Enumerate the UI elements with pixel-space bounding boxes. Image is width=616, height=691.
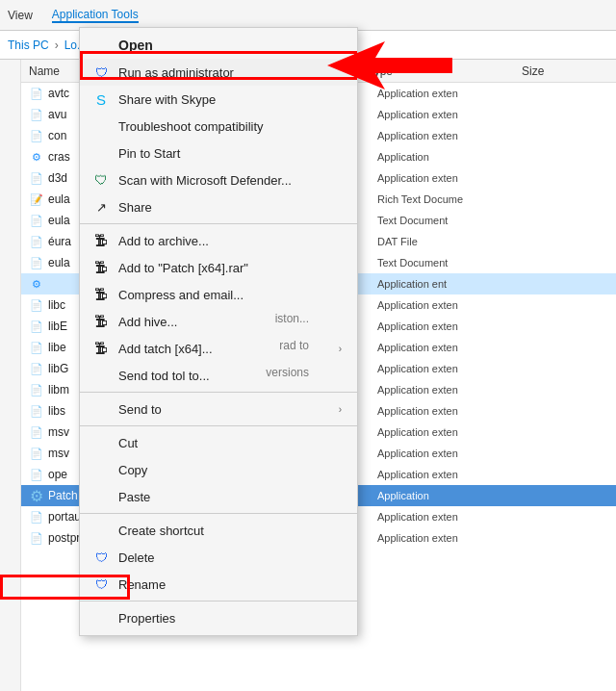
- file-icon: 📝: [29, 192, 44, 207]
- menu-separator-5: [80, 601, 357, 601]
- menu-item-delete[interactable]: 🛡 Delete: [80, 544, 357, 571]
- menu-item-share-skype[interactable]: S Share with Skype: [80, 86, 357, 113]
- file-icon: 📄: [29, 319, 44, 334]
- menu-label-delete: Delete: [118, 550, 342, 565]
- file-type: Application exten: [377, 109, 531, 120]
- menu-item-open[interactable]: Open: [80, 32, 357, 59]
- defender-icon: 🛡: [91, 170, 111, 190]
- rename-icon: 🛡: [91, 575, 111, 594]
- menu-item-run-as-admin[interactable]: 🛡 Run as administrator: [80, 59, 357, 86]
- archive4-icon: 🗜: [91, 339, 111, 358]
- file-type: Application exten: [377, 426, 531, 438]
- share-icon: ↗: [91, 197, 111, 217]
- menu-label-defender: Scan with Microsoft Defender...: [118, 173, 342, 188]
- address-crumb-pc[interactable]: This PC: [8, 38, 49, 52]
- file-type: DAT File: [377, 236, 531, 247]
- file-icon: 📄: [29, 128, 44, 143]
- overlay-text-3: versions: [266, 366, 309, 379]
- menu-label-copy: Copy: [118, 463, 342, 477]
- copy-icon: [91, 460, 111, 479]
- file-type: Application exten: [377, 342, 531, 353]
- menu-separator-2: [80, 392, 357, 393]
- file-icon: 📄: [29, 340, 44, 355]
- menu-label-open: Open: [118, 38, 342, 53]
- archive2-icon: 🗜: [91, 258, 111, 277]
- file-type: Application exten: [377, 511, 531, 523]
- file-icon: 📄: [29, 382, 44, 397]
- troubleshoot-icon: [91, 116, 111, 136]
- submenu-arrow: ›: [339, 344, 342, 354]
- send-to-arrow: ›: [339, 404, 342, 415]
- shield-icon: 🛡: [91, 63, 111, 82]
- menu-item-scan-defender[interactable]: 🛡 Scan with Microsoft Defender...: [80, 166, 357, 193]
- file-icon: 📄: [29, 86, 44, 101]
- file-type: Application exten: [377, 299, 531, 311]
- file-icon-patch: ⚙: [29, 488, 44, 503]
- file-icon: 📄: [29, 530, 44, 546]
- file-icon: 📄: [29, 170, 44, 186]
- send-tod-icon: [91, 366, 111, 385]
- file-icon: ⚙: [29, 149, 44, 165]
- file-type: Application exten: [377, 532, 531, 544]
- menu-item-add-patch2[interactable]: 🗜 Add tatch [x64]... rad to ›: [80, 335, 357, 362]
- properties-icon: [91, 608, 111, 627]
- file-icon: 📄: [29, 255, 44, 270]
- menu-item-create-shortcut[interactable]: Create shortcut: [80, 517, 357, 544]
- menu-item-add-hive[interactable]: 🗜 Add hive... iston...: [80, 308, 357, 335]
- skype-icon: S: [91, 90, 111, 109]
- send-to-icon: [91, 399, 111, 419]
- menu-label-troubleshoot: Troubleshoot compatibility: [118, 119, 342, 134]
- archive-icon: 🗜: [91, 231, 111, 250]
- menu-item-send-to[interactable]: Send to ›: [80, 396, 357, 422]
- menu-label-share-skype: Share with Skype: [118, 92, 342, 107]
- menu-item-share[interactable]: ↗ Share: [80, 193, 357, 220]
- file-type: Application exten: [377, 172, 531, 184]
- file-icon: 📄: [29, 509, 44, 525]
- menu-item-add-archive[interactable]: 🗜 Add to archive...: [80, 227, 357, 254]
- file-type: Rich Text Docume: [377, 193, 531, 205]
- toolbar-application-tools[interactable]: Application Tools: [52, 8, 139, 23]
- menu-item-copy[interactable]: Copy: [80, 456, 357, 483]
- menu-label-add-archive: Add to archive...: [118, 234, 342, 248]
- delete-icon: 🛡: [91, 548, 111, 567]
- menu-item-pin-start[interactable]: Pin to Start: [80, 140, 357, 166]
- cut-icon: [91, 433, 111, 452]
- overlay-text-1: iston...: [275, 312, 309, 325]
- menu-label-rename: Rename: [118, 577, 342, 592]
- menu-separator-4: [80, 513, 357, 514]
- toolbar-view[interactable]: View: [8, 9, 33, 22]
- file-icon: ⚙: [29, 276, 44, 292]
- menu-item-rename[interactable]: 🛡 Rename: [80, 571, 357, 598]
- menu-item-compress-email[interactable]: 🗜 Compress and email...: [80, 281, 357, 308]
- menu-item-troubleshoot[interactable]: Troubleshoot compatibility: [80, 113, 357, 140]
- file-icon: 📄: [29, 403, 44, 419]
- file-icon: 📄: [29, 107, 44, 122]
- menu-item-send-tod[interactable]: Send tod tol to... versions: [80, 362, 357, 389]
- file-type: Application: [377, 151, 531, 163]
- menu-item-add-patch-rar[interactable]: 🗜 Add to "Patch [x64].rar": [80, 254, 357, 281]
- file-type: Application exten: [377, 88, 531, 99]
- shortcut-icon: [91, 521, 111, 540]
- file-icon: 📄: [29, 297, 44, 313]
- menu-item-paste[interactable]: Paste: [80, 483, 357, 510]
- menu-item-cut[interactable]: Cut: [80, 429, 357, 456]
- paste-icon: [91, 487, 111, 506]
- col-size-header[interactable]: Size: [522, 64, 599, 78]
- file-type: Text Document: [377, 257, 531, 269]
- file-type: Application ent: [377, 278, 531, 290]
- compress-icon: 🗜: [91, 285, 111, 304]
- archive3-icon: 🗜: [91, 312, 111, 331]
- file-icon: 📄: [29, 234, 44, 249]
- file-type: Application exten: [377, 469, 531, 480]
- col-type-header[interactable]: Type: [368, 64, 522, 78]
- menu-label-send-to: Send to: [118, 402, 339, 417]
- file-icon: 📄: [29, 361, 44, 376]
- file-type: Application exten: [377, 320, 531, 332]
- menu-separator-1: [80, 223, 357, 224]
- menu-item-properties[interactable]: Properties: [80, 604, 357, 631]
- file-type: Application exten: [377, 448, 531, 459]
- file-icon: 📄: [29, 446, 44, 461]
- menu-label-add-patch-rar: Add to "Patch [x64].rar": [118, 261, 342, 275]
- left-sidebar: [0, 60, 21, 691]
- file-icon: 📄: [29, 213, 44, 228]
